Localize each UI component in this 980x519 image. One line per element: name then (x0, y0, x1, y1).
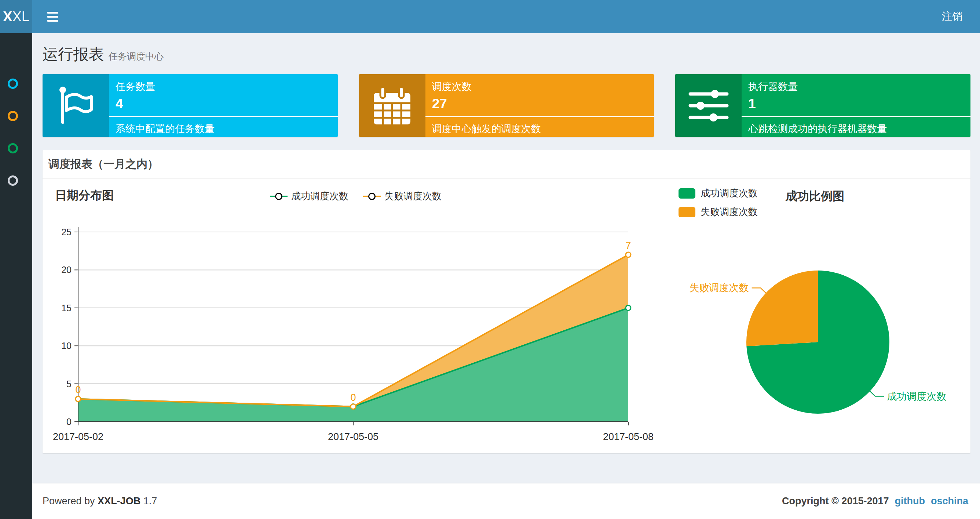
logo-light-text: XL (12, 9, 29, 25)
app-logo[interactable]: XXL (0, 0, 32, 33)
svg-text:失败调度次数: 失败调度次数 (689, 282, 749, 293)
navbar-content: 注销 (32, 0, 980, 33)
legend-label: 失败调度次数 (384, 190, 442, 203)
legend-label: 成功调度次数 (700, 187, 758, 200)
sliders-icon (675, 74, 741, 137)
powered-by: Powered by XXL-JOB 1.7 (43, 495, 157, 507)
info-box-value: 1 (748, 96, 964, 112)
top-navbar: XXL 注销 (0, 0, 980, 33)
sidebar-item-logs-circle-icon[interactable] (8, 143, 18, 153)
legend-swatch-icon (679, 207, 695, 217)
info-box-body: 任务数量 4 系统中配置的任务数量 (109, 74, 338, 137)
info-box-body: 执行器数量 1 心跳检测成功的执行器机器数量 (741, 74, 970, 137)
pie-legend-item-fail[interactable]: 失败调度次数 (679, 206, 758, 219)
info-box-description: 心跳检测成功的执行器机器数量 (748, 122, 964, 136)
pie-legend-item-success[interactable]: 成功调度次数 (679, 187, 758, 200)
logo-bold-text: X (3, 9, 12, 25)
svg-text:20: 20 (61, 265, 72, 275)
page-footer: Powered by XXL-JOB 1.7 Copyright © 2015-… (32, 483, 980, 519)
sidebar-item-report-circle-icon[interactable] (8, 78, 18, 89)
report-panel-body: 日期分布图 成功调度次数 失败调度次数 成功调度次数 失败调 (43, 179, 970, 453)
info-box-row: 任务数量 4 系统中配置的任务数量 (43, 74, 970, 137)
copyright-text: Copyright © 2015-2017 (782, 495, 889, 507)
info-box-label: 任务数量 (116, 80, 331, 93)
legend-line-marker-icon (363, 193, 381, 200)
sidebar-toggle-menu-icon[interactable] (42, 6, 64, 27)
report-panel-title: 调度报表（一月之内） (48, 157, 158, 172)
date-distribution-chart: 05101520252017-05-022017-05-052017-05-08… (47, 223, 670, 450)
product-version: 1.7 (143, 495, 158, 506)
pie-chart-legend: 成功调度次数 失败调度次数 (679, 187, 758, 219)
page-subtitle: 任务调度中心 (108, 50, 164, 62)
svg-text:0: 0 (66, 417, 72, 427)
svg-text:2017-05-02: 2017-05-02 (53, 431, 103, 442)
powered-prefix: Powered by (43, 495, 95, 506)
github-link[interactable]: github (895, 495, 925, 507)
sidebar-item-executors-circle-icon[interactable] (8, 176, 18, 186)
info-box-jobs: 任务数量 4 系统中配置的任务数量 (43, 74, 338, 137)
content-header: 运行报表 任务调度中心 (32, 33, 980, 65)
info-box-triggers: 调度次数 27 调度中心触发的调度次数 (359, 74, 654, 137)
info-box-body: 调度次数 27 调度中心触发的调度次数 (425, 74, 654, 137)
legend-line-marker-icon (270, 193, 288, 200)
success-ratio-pie-chart: 成功调度次数失败调度次数 (642, 252, 972, 443)
svg-text:10: 10 (61, 341, 72, 351)
content-wrapper: 运行报表 任务调度中心 任务数量 4 系统中配置的任务数量 (32, 33, 980, 483)
sidebar-item-jobs-circle-icon[interactable] (8, 111, 18, 121)
info-box-executors: 执行器数量 1 心跳检测成功的执行器机器数量 (675, 74, 970, 137)
legend-item-success[interactable]: 成功调度次数 (270, 190, 348, 203)
logout-button[interactable]: 注销 (935, 6, 969, 27)
legend-swatch-icon (679, 188, 695, 198)
legend-label: 成功调度次数 (291, 190, 348, 203)
report-panel: 调度报表（一月之内） 日期分布图 成功调度次数 失败调度次数 成功调度次数 (43, 150, 970, 453)
line-chart-title: 日期分布图 (55, 188, 114, 204)
calendar-icon (359, 74, 425, 137)
divider (741, 116, 970, 117)
flag-icon (43, 74, 109, 137)
oschina-link[interactable]: oschina (931, 495, 968, 507)
legend-label: 失败调度次数 (700, 206, 758, 219)
info-box-value: 4 (116, 96, 331, 112)
info-box-label: 执行器数量 (748, 80, 964, 93)
divider (109, 116, 338, 117)
svg-text:0: 0 (75, 384, 81, 395)
svg-text:7: 7 (625, 240, 631, 251)
info-box-description: 调度中心触发的调度次数 (432, 122, 648, 136)
pie-chart-title: 成功比例图 (786, 188, 844, 204)
svg-text:成功调度次数: 成功调度次数 (887, 391, 946, 402)
page-title: 运行报表 (43, 44, 104, 65)
copyright: Copyright © 2015-2017 github oschina (782, 495, 968, 507)
svg-text:2017-05-05: 2017-05-05 (328, 431, 379, 442)
product-name: XXL-JOB (97, 495, 140, 506)
legend-item-fail[interactable]: 失败调度次数 (363, 190, 442, 203)
sidebar (0, 33, 32, 519)
svg-text:15: 15 (61, 303, 72, 313)
svg-text:25: 25 (61, 227, 72, 237)
svg-text:0: 0 (350, 392, 356, 403)
divider (425, 116, 654, 117)
info-box-value: 27 (432, 96, 648, 112)
info-box-label: 调度次数 (432, 80, 648, 93)
info-box-description: 系统中配置的任务数量 (116, 122, 331, 136)
report-panel-header: 调度报表（一月之内） (43, 150, 970, 179)
svg-text:5: 5 (66, 379, 72, 389)
line-chart-legend: 成功调度次数 失败调度次数 (270, 190, 442, 203)
